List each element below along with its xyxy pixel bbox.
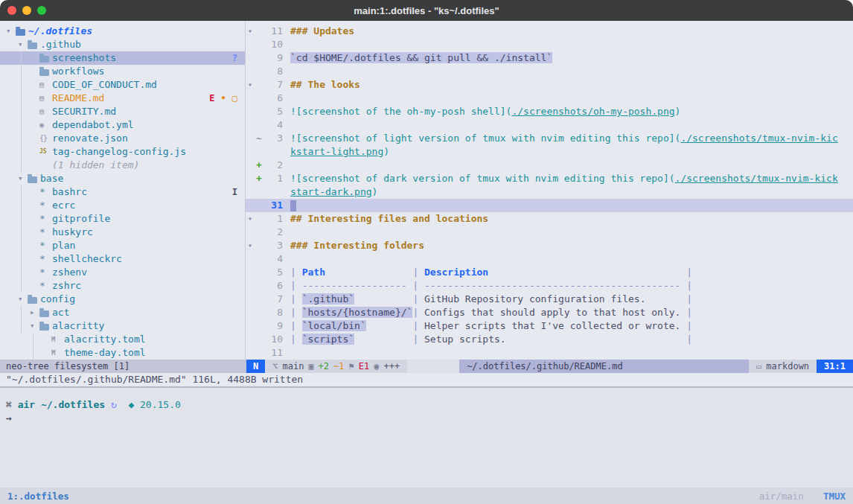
chevron-down-icon[interactable]: ▾ bbox=[18, 293, 28, 306]
tree-item-~-.dotfiles[interactable]: ▾~/.dotfiles bbox=[0, 25, 245, 38]
tree-item-zshenv[interactable]: *zshenv bbox=[0, 266, 245, 279]
folder-icon bbox=[16, 29, 25, 36]
tree-item-label: alacritty bbox=[52, 319, 104, 333]
tree-item-act[interactable]: ▸act bbox=[0, 306, 245, 319]
folder-icon bbox=[39, 69, 49, 76]
tree-item-label: (1 hidden item) bbox=[52, 159, 139, 172]
tree-item-.github[interactable]: ▾.github bbox=[0, 38, 245, 51]
tree-item-gitprofile[interactable]: *gitprofile bbox=[0, 212, 245, 226]
prompt-path bbox=[35, 399, 41, 410]
tree-item-renovate.json[interactable]: {}renovate.json bbox=[0, 132, 245, 145]
editor-line[interactable]: ▾ 1## Interesting files and locations bbox=[246, 212, 853, 226]
editor-line[interactable]: 5![screenshot of the oh-my-posh shell](.… bbox=[246, 105, 853, 118]
git-sign: + bbox=[255, 159, 263, 172]
tree-item-plan[interactable]: *plan bbox=[0, 239, 245, 252]
editor-line[interactable]: 4 bbox=[246, 118, 853, 132]
fold-column bbox=[246, 306, 255, 319]
tree-item-theme-day.toml[interactable]: Mtheme-day.toml bbox=[0, 346, 245, 360]
chevron-down-icon[interactable]: ▾ bbox=[6, 25, 16, 38]
editor-line[interactable]: 9`cd $HOME/.dotfiles && git pull && ./in… bbox=[246, 51, 853, 65]
line-number: 9 bbox=[263, 51, 283, 65]
folder-icon bbox=[39, 68, 52, 76]
fold-column bbox=[246, 333, 255, 346]
tree-item-zshrc[interactable]: *zshrc bbox=[0, 279, 245, 293]
tmux-window-name[interactable]: 1:.dotfiles bbox=[7, 491, 69, 502]
tree-item-screenshots[interactable]: screenshots? bbox=[0, 51, 245, 65]
fold-column bbox=[246, 185, 255, 199]
chevron-down-icon[interactable]: ▾ bbox=[18, 172, 28, 185]
fold-marker-icon[interactable]: ▾ bbox=[246, 78, 255, 92]
editor-line[interactable]: +2 bbox=[246, 159, 853, 172]
tree-item-alacritty.toml[interactable]: Malacritty.toml bbox=[0, 333, 245, 346]
fold-column bbox=[246, 252, 255, 266]
chevron-right-icon[interactable]: ▸ bbox=[30, 306, 39, 319]
tree-item-bashrc[interactable]: *bashrcI bbox=[0, 185, 245, 199]
editor-line[interactable]: start-dark.png) bbox=[246, 185, 853, 199]
chevron-down-icon[interactable]: ▾ bbox=[30, 319, 39, 333]
shell-pane[interactable]: ⌘ air ~/.dotfiles ↻ ◆ 20.15.0 → bbox=[0, 388, 853, 488]
editor-line[interactable]: 8 bbox=[246, 65, 853, 78]
tree-item-label: renovate.json bbox=[52, 132, 128, 145]
tree-item-base[interactable]: ▾base bbox=[0, 172, 245, 185]
statusline-filetype: ▭ markdown bbox=[749, 360, 817, 373]
editor-line[interactable]: 7| `.github` | GitHub Repository configu… bbox=[246, 293, 853, 306]
editor-line[interactable]: kstart-light.png) bbox=[246, 145, 853, 159]
editor-line[interactable]: +1![screenshot of dark version of tmux w… bbox=[246, 172, 853, 185]
editor-line[interactable]: ▾ 7## The looks bbox=[246, 78, 853, 92]
editor-line[interactable]: ▾ 3### Interesting folders bbox=[246, 239, 853, 252]
tree-item-code_of_conduct.md[interactable]: ▤CODE_OF_CONDUCT.md bbox=[0, 78, 245, 92]
indent-guide bbox=[6, 145, 30, 159]
editor-line[interactable]: 9| `local/bin` | Helper scripts that I'v… bbox=[246, 319, 853, 333]
sign-column bbox=[255, 92, 263, 105]
editor-line[interactable]: 5| Path | Description | bbox=[246, 266, 853, 279]
fold-marker-icon[interactable]: ▾ bbox=[246, 239, 255, 252]
sign-column bbox=[255, 239, 263, 252]
fold-column bbox=[246, 65, 255, 78]
tree-item-shellcheckrc[interactable]: *shellcheckrc bbox=[0, 252, 245, 266]
line-number: 7 bbox=[263, 293, 283, 306]
tree-item-tag-changelog-config.js[interactable]: JStag-changelog-config.js bbox=[0, 145, 245, 159]
editor-line[interactable]: ~3![screenshot of light version of tmux … bbox=[246, 132, 853, 145]
fold-column bbox=[246, 105, 255, 118]
fold-column bbox=[246, 319, 255, 333]
indent-guide bbox=[6, 38, 18, 51]
tree-item-alacritty[interactable]: ▾alacritty bbox=[0, 319, 245, 333]
line-text: kstart-light.png) bbox=[290, 145, 389, 159]
fold-column bbox=[246, 172, 255, 185]
tree-item-workflows[interactable]: workflows bbox=[0, 65, 245, 78]
tree-item-config[interactable]: ▾config bbox=[0, 293, 245, 306]
editor-pane[interactable]: ▾ 11### Updates 10 9`cd $HOME/.dotfiles … bbox=[246, 21, 853, 360]
editor-line[interactable]: 6| ------------------ | ----------------… bbox=[246, 279, 853, 293]
tree-item-dependabot.yml[interactable]: ◉dependabot.yml bbox=[0, 118, 245, 132]
editor-line[interactable]: 11 bbox=[246, 346, 853, 360]
editor-line[interactable]: ▾ 11### Updates bbox=[246, 25, 853, 38]
editor-line[interactable]: 6 bbox=[246, 92, 853, 105]
editor-line[interactable]: 10| `scripts` | Setup scripts. | bbox=[246, 333, 853, 346]
tree-item-badges: E•▢ bbox=[209, 92, 237, 105]
fold-marker-icon[interactable]: ▾ bbox=[246, 25, 255, 38]
chevron-down-icon[interactable]: ▾ bbox=[18, 38, 28, 51]
prompt-input-line[interactable]: → bbox=[6, 412, 853, 425]
tree-item--1-hidden-item-[interactable]: (1 hidden item) bbox=[0, 159, 245, 172]
line-text: | `hosts/{hostname}/`| Configs that shou… bbox=[290, 306, 692, 319]
tree-item-ecrc[interactable]: *ecrc bbox=[0, 199, 245, 212]
editor-line[interactable]: 8| `hosts/{hostname}/`| Configs that sho… bbox=[246, 306, 853, 319]
editor-cursor-line[interactable]: 31 bbox=[246, 199, 853, 212]
tree-item-badges: ? bbox=[232, 51, 237, 65]
diff-modified: ~1 bbox=[333, 360, 344, 373]
star-file-icon: * bbox=[39, 185, 52, 199]
editor-line[interactable]: 10 bbox=[246, 38, 853, 51]
sign-column bbox=[255, 78, 263, 92]
star-file-icon: * bbox=[39, 239, 52, 252]
tree-item-label: tag-changelog-config.js bbox=[52, 145, 186, 159]
editor-line[interactable]: 4 bbox=[246, 252, 853, 266]
line-text bbox=[290, 199, 296, 212]
file-file-icon: ▤ bbox=[39, 78, 52, 92]
tree-item-label: base bbox=[40, 172, 63, 185]
editor-line[interactable]: 2 bbox=[246, 226, 853, 239]
tree-item-security.md[interactable]: ▤SECURITY.md bbox=[0, 105, 245, 118]
diff-added: +2 bbox=[319, 360, 329, 373]
fold-marker-icon[interactable]: ▾ bbox=[246, 212, 255, 226]
tree-item-huskyrc[interactable]: *huskyrc bbox=[0, 226, 245, 239]
tree-item-readme.md[interactable]: ▤README.mdE•▢ bbox=[0, 92, 245, 105]
